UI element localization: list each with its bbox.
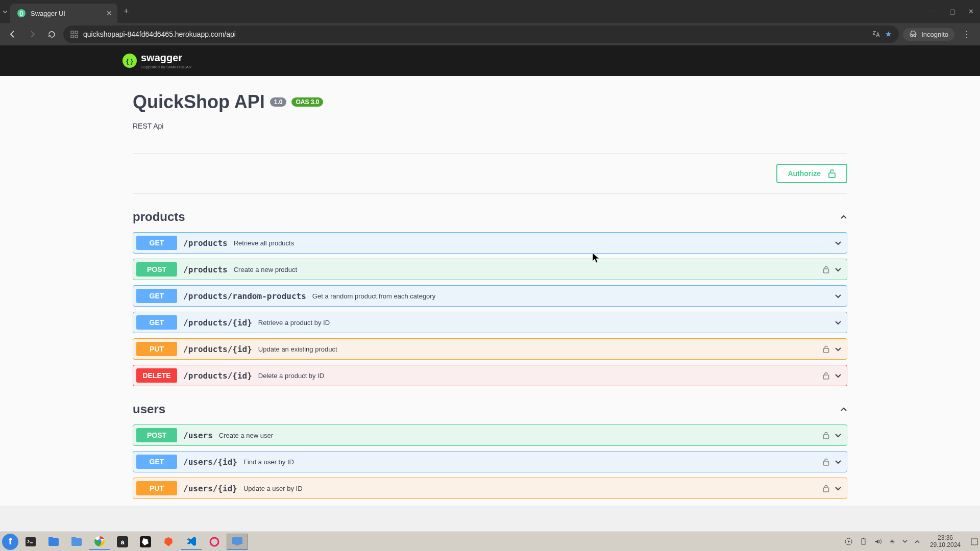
browser-titlebar: {} Swagger UI ✕ + — ▢ ✕ [0, 0, 980, 23]
taskbar-app-obsidian[interactable] [135, 534, 156, 550]
tray-chevron-down-icon[interactable] [902, 540, 908, 543]
taskbar-app-anki[interactable]: à [112, 534, 133, 550]
tag-header-users[interactable]: users [133, 399, 847, 419]
operation-put-products--id-[interactable]: PUT/products/{id}Update an existing prod… [133, 338, 847, 360]
operation-put-users--id-[interactable]: PUT/users/{id}Update a user by ID [133, 478, 847, 499]
site-settings-icon[interactable] [70, 31, 78, 38]
endpoint-summary: Retrieve all products [234, 239, 295, 247]
endpoint-path: /products [183, 238, 228, 248]
operation-delete-products--id-[interactable]: DELETE/products/{id}Delete a product by … [133, 365, 847, 386]
tag-name: users [133, 402, 165, 416]
operation-get-products-random-products[interactable]: GET/products/random-productsGet a random… [133, 285, 847, 307]
forward-button[interactable] [24, 27, 40, 42]
translate-icon[interactable] [872, 30, 880, 38]
tab-close-button[interactable]: ✕ [106, 9, 112, 17]
taskbar-app-files-2[interactable] [66, 534, 87, 550]
tag-section-products: productsGET/productsRetrieve all product… [133, 207, 847, 386]
http-method-badge: PUT [136, 342, 177, 356]
tray-media-icon[interactable] [845, 538, 852, 545]
lock-icon[interactable] [823, 372, 829, 380]
tray-volume-icon[interactable] [874, 538, 882, 545]
operation-post-users[interactable]: POST/usersCreate a new user [133, 424, 847, 446]
browser-tab[interactable]: {} Swagger UI ✕ [10, 4, 117, 23]
lock-open-icon [828, 169, 836, 178]
system-clock[interactable]: 23:36 29.10.2024 [930, 535, 961, 549]
taskbar-app-terminal[interactable] [20, 534, 41, 550]
taskbar-app-vscode[interactable] [181, 534, 202, 550]
authorize-button[interactable]: Authorize [776, 164, 847, 183]
bookmark-icon[interactable]: ★ [885, 30, 892, 39]
chevron-down-icon [835, 460, 842, 464]
tray-chevron-up-icon[interactable] [915, 540, 920, 543]
http-method-badge: GET [136, 289, 177, 303]
http-method-badge: GET [136, 315, 177, 330]
auth-section: Authorize [133, 153, 847, 194]
svg-rect-26 [863, 538, 864, 539]
svg-rect-0 [71, 31, 74, 34]
operation-post-products[interactable]: POST/productsCreate a new product [133, 259, 847, 280]
address-bar[interactable]: quickshopapi-844fd64d6465.herokuapp.com/… [63, 26, 899, 43]
browser-menu-button[interactable]: ⋮ [959, 30, 975, 39]
new-tab-button[interactable]: + [124, 6, 129, 17]
browser-toolbar: quickshopapi-844fd64d6465.herokuapp.com/… [0, 23, 980, 45]
taskbar-app-circle[interactable] [204, 534, 225, 550]
authorize-label: Authorize [788, 169, 821, 178]
swagger-logo-icon: { } [122, 54, 137, 68]
lock-icon[interactable] [823, 266, 829, 273]
version-badge: 1.0 [270, 97, 287, 107]
svg-rect-6 [824, 348, 829, 353]
endpoint-summary: Update a user by ID [243, 485, 303, 492]
window-minimize-button[interactable]: — [924, 4, 942, 19]
operation-get-products[interactable]: GET/productsRetrieve all products [133, 232, 847, 254]
operation-get-products--id-[interactable]: GET/products/{id}Retrieve a product by I… [133, 312, 847, 333]
lock-icon[interactable] [823, 458, 829, 466]
incognito-indicator[interactable]: Incognito [903, 28, 954, 41]
lock-icon[interactable] [823, 432, 829, 439]
swagger-favicon: {} [17, 9, 26, 17]
lock-icon[interactable] [823, 345, 829, 353]
taskbar-app-files-1[interactable] [43, 534, 64, 550]
swagger-logo: { } swagger Supported by SMARTBEAR [122, 52, 191, 69]
chevron-down-icon [835, 241, 842, 245]
taskbar-app-chrome[interactable] [89, 534, 110, 550]
endpoint-path: /users/{id} [183, 457, 237, 467]
tag-section-users: usersPOST/usersCreate a new userGET/user… [133, 399, 847, 499]
endpoint-summary: Update an existing product [258, 345, 337, 353]
endpoint-path: /products [183, 265, 228, 274]
chevron-down-icon [835, 486, 842, 491]
endpoint-path: /users [183, 431, 213, 440]
tag-header-products[interactable]: products [133, 207, 847, 227]
reload-button[interactable] [44, 27, 59, 42]
clock-date: 29.10.2024 [930, 542, 961, 549]
tray-desktop-icon[interactable] [971, 538, 978, 545]
taskbar-app-screenshot[interactable] [227, 534, 248, 550]
svg-rect-4 [829, 173, 835, 178]
tag-name: products [133, 210, 185, 224]
system-tray: ☀ 23:36 29.10.2024 [845, 535, 978, 549]
svg-rect-25 [862, 539, 865, 544]
chevron-down-icon [835, 347, 842, 352]
api-title: QuickShop API [133, 91, 265, 113]
tray-battery-icon[interactable] [860, 538, 867, 545]
start-button[interactable]: f [2, 534, 18, 550]
svg-rect-22 [232, 537, 242, 544]
tray-brightness-icon[interactable]: ☀ [889, 538, 895, 545]
logo-subtext: Supported by SMARTBEAR [141, 65, 191, 69]
svg-rect-11 [26, 537, 36, 546]
endpoint-path: /products/{id} [183, 371, 252, 381]
svg-rect-15 [71, 537, 76, 540]
http-method-badge: DELETE [136, 368, 177, 383]
http-method-badge: POST [136, 262, 177, 277]
page-content: { } swagger Supported by SMARTBEAR Quick… [0, 45, 980, 506]
svg-text:à: à [120, 538, 125, 546]
lock-icon[interactable] [823, 485, 829, 492]
window-close-button[interactable]: ✕ [962, 4, 980, 19]
endpoint-path: /products/{id} [183, 344, 252, 354]
tab-list-dropdown[interactable] [0, 0, 10, 23]
svg-rect-23 [235, 544, 239, 545]
chevron-down-icon [835, 320, 842, 325]
back-button[interactable] [5, 27, 20, 42]
taskbar-app-brave[interactable] [158, 534, 179, 550]
operation-get-users--id-[interactable]: GET/users/{id}Find a user by ID [133, 451, 847, 472]
window-maximize-button[interactable]: ▢ [943, 4, 961, 19]
